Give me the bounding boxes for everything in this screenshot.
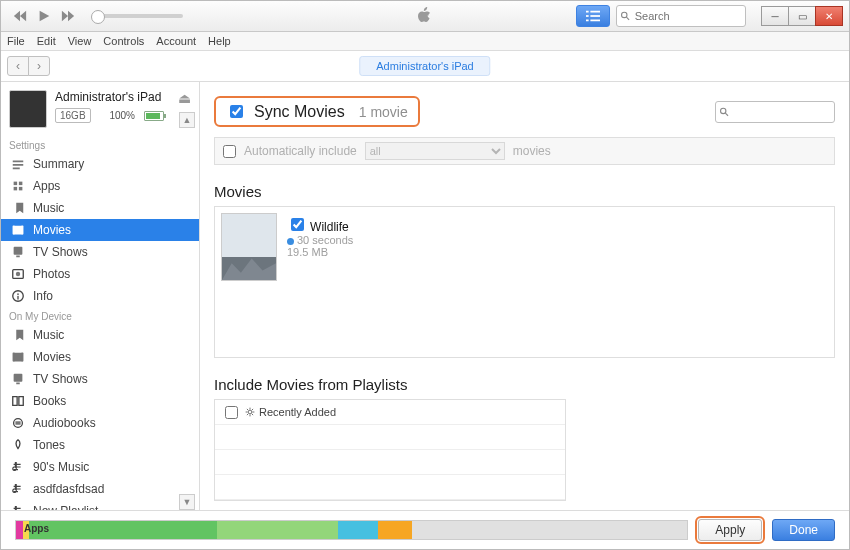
- done-button[interactable]: Done: [772, 519, 835, 541]
- movies-search-box[interactable]: [715, 101, 835, 123]
- capacity-bar: Apps: [15, 520, 688, 540]
- info-icon: [11, 289, 25, 303]
- apple-logo: [417, 7, 433, 26]
- close-button[interactable]: ✕: [815, 6, 843, 26]
- sidebar-item-new-playlist[interactable]: New Playlist: [1, 500, 199, 510]
- volume-knob[interactable]: [91, 10, 105, 24]
- device-header: Administrator's iPad 16GB 100% ⏏: [1, 82, 199, 136]
- sidebar-item-label: 90's Music: [33, 460, 89, 474]
- search-box[interactable]: [616, 5, 746, 27]
- sidebar-item-90-s-music[interactable]: 90's Music: [1, 456, 199, 478]
- menu-help[interactable]: Help: [208, 35, 231, 47]
- icon: [11, 394, 25, 408]
- sidebar-item-label: Info: [33, 289, 53, 303]
- sync-movies-label: Sync Movies: [254, 103, 345, 121]
- sidebar-item-apps[interactable]: Apps: [1, 175, 199, 197]
- apps-icon: [11, 179, 25, 193]
- capacity-segment: [412, 521, 687, 539]
- sidebar-item-label: Audiobooks: [33, 416, 96, 430]
- sync-movies-count: 1 movie: [359, 104, 408, 120]
- sidebar-item-books[interactable]: Books: [1, 390, 199, 412]
- svg-rect-8: [13, 161, 24, 163]
- sidebar-item-photos[interactable]: Photos: [1, 263, 199, 285]
- svg-line-32: [725, 113, 728, 116]
- sidebar-item-info[interactable]: Info: [1, 285, 199, 307]
- capacity-segment: [29, 521, 217, 539]
- auto-include-label: Automatically include: [244, 144, 357, 158]
- playlist-name: Recently Added: [259, 406, 336, 418]
- sidebar-item-label: Summary: [33, 157, 84, 171]
- titlebar: ─ ▭ ✕: [1, 1, 849, 32]
- photos-icon: [11, 267, 25, 281]
- capacity-segment: [338, 521, 378, 539]
- sidebar-item-label: New Playlist: [33, 504, 98, 510]
- section-ondevice: On My Device: [1, 307, 199, 324]
- volume-slider[interactable]: [93, 14, 183, 18]
- app-window: ─ ▭ ✕ File Edit View Controls Account He…: [0, 0, 850, 550]
- icon: [11, 372, 25, 386]
- sidebar-item-tones[interactable]: Tones: [1, 434, 199, 456]
- playlists-box: Recently Added: [214, 399, 566, 501]
- svg-rect-26: [13, 353, 15, 362]
- minimize-button[interactable]: ─: [761, 6, 789, 26]
- sidebar-item-movies[interactable]: Movies: [1, 346, 199, 368]
- eject-button[interactable]: ⏏: [178, 90, 191, 106]
- view-list-button[interactable]: [576, 5, 610, 27]
- svg-rect-10: [13, 168, 20, 170]
- sidebar-item-label: TV Shows: [33, 372, 88, 386]
- playlists-header: Include Movies from Playlists: [214, 376, 835, 393]
- sync-movies-highlight: Sync Movies 1 movie: [214, 96, 420, 127]
- menu-edit[interactable]: Edit: [37, 35, 56, 47]
- svg-rect-11: [14, 182, 18, 186]
- sidebar-item-movies[interactable]: Movies: [1, 219, 199, 241]
- svg-point-6: [622, 12, 627, 17]
- movie-title: Wildlife: [310, 220, 349, 234]
- music-icon: [11, 201, 25, 215]
- movies-list: Wildlife 30 seconds 19.5 MB: [214, 206, 835, 358]
- device-name: Administrator's iPad: [55, 90, 164, 104]
- device-capacity: 16GB: [55, 108, 91, 123]
- next-track-button[interactable]: [59, 7, 77, 25]
- svg-rect-14: [19, 187, 23, 191]
- play-button[interactable]: [35, 7, 53, 25]
- movies-search-input[interactable]: [732, 105, 830, 119]
- sidebar-item-audiobooks[interactable]: Audiobooks: [1, 412, 199, 434]
- svg-rect-19: [16, 256, 20, 258]
- sidebar-item-music[interactable]: Music: [1, 197, 199, 219]
- icon: [11, 482, 25, 496]
- maximize-button[interactable]: ▭: [788, 6, 816, 26]
- apply-button[interactable]: Apply: [698, 519, 762, 541]
- svg-rect-27: [22, 353, 24, 362]
- icon: [11, 350, 25, 364]
- menu-file[interactable]: File: [7, 35, 25, 47]
- gear-icon: [245, 407, 255, 417]
- device-thumbnail: [9, 90, 47, 128]
- sidebar-item-tv-shows[interactable]: TV Shows: [1, 368, 199, 390]
- device-pill[interactable]: Administrator's iPad: [359, 56, 490, 76]
- scroll-up-button[interactable]: ▲: [179, 112, 195, 128]
- playlist-row[interactable]: Recently Added: [215, 400, 565, 425]
- svg-rect-12: [19, 182, 23, 186]
- playlist-checkbox[interactable]: [225, 406, 238, 419]
- prev-track-button[interactable]: [11, 7, 29, 25]
- sidebar-item-summary[interactable]: Summary: [1, 153, 199, 175]
- menu-account[interactable]: Account: [156, 35, 196, 47]
- movie-checkbox[interactable]: [291, 218, 304, 231]
- menu-view[interactable]: View: [68, 35, 92, 47]
- auto-include-select[interactable]: all: [365, 142, 505, 160]
- search-input[interactable]: [633, 9, 741, 23]
- sidebar-item-tv-shows[interactable]: TV Shows: [1, 241, 199, 263]
- auto-include-checkbox[interactable]: [223, 145, 236, 158]
- search-icon: [720, 107, 729, 117]
- back-button[interactable]: ‹: [7, 56, 29, 76]
- sidebar-item-music[interactable]: Music: [1, 324, 199, 346]
- menu-controls[interactable]: Controls: [103, 35, 144, 47]
- movie-thumbnail[interactable]: [221, 213, 277, 281]
- scroll-down-button[interactable]: ▼: [179, 494, 195, 510]
- sync-movies-checkbox[interactable]: [230, 105, 243, 118]
- battery-percent: 100%: [109, 110, 135, 121]
- sidebar-item-asdfdasfdsad[interactable]: asdfdasfdsad: [1, 478, 199, 500]
- svg-point-21: [16, 272, 20, 276]
- forward-button[interactable]: ›: [28, 56, 50, 76]
- playback-controls: [1, 7, 193, 25]
